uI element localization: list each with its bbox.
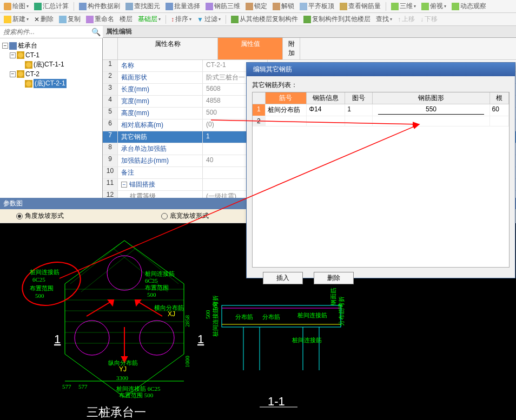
svg-text:分布筋: 分布筋 [262, 314, 280, 320]
svg-point-12 [75, 321, 109, 355]
prop-head-val[interactable]: 属性值 [218, 38, 283, 59]
new-btn[interactable]: 新建▾ [2, 14, 30, 24]
find-elem[interactable]: 查找图元 [124, 1, 162, 11]
svg-text:布置范围 500: 布置范围 500 [119, 392, 154, 398]
gear-icon [17, 51, 24, 59]
sum-calc[interactable]: 汇总计算 [32, 1, 70, 11]
dyn-view[interactable]: 动态观察 [450, 1, 488, 11]
svg-text:1000: 1000 [184, 356, 190, 368]
svg-text:XJ: XJ [168, 310, 175, 318]
svg-text:500: 500 [204, 310, 211, 319]
delete-btn[interactable]: ✕删除 [32, 14, 55, 24]
svg-text:布置范围: 布置范围 [30, 285, 54, 291]
svg-text:2858: 2858 [184, 315, 190, 328]
top-view[interactable]: 俯视▾ [420, 1, 448, 11]
copy-btn[interactable]: 复制 [57, 14, 82, 24]
view-steel[interactable]: 查看钢筋量 [338, 1, 382, 11]
view-3d[interactable]: 三维▾ [389, 1, 418, 11]
edit-rebar-dialog: 编辑其它钢筋 其它钢筋列表： 筋号 钢筋信息 图号 钢筋图形 根 1桩间分布筋Φ… [246, 62, 515, 278]
svg-point-13 [140, 321, 174, 355]
svg-text:桩间连接筋弯折: 桩间连接筋弯折 [212, 295, 219, 337]
svg-text:500: 500 [147, 291, 156, 298]
svg-text:分布筋弯折: 分布筋弯折 [338, 296, 345, 326]
svg-text:1: 1 [197, 332, 204, 346]
tree-ct2-1[interactable]: (底)CT-2-1 [2, 78, 100, 89]
radio-icon [161, 213, 168, 219]
svg-text:6C25: 6C25 [145, 277, 158, 284]
svg-text:577: 577 [62, 383, 71, 390]
steel-3d[interactable]: 钢筋三维 [204, 1, 242, 11]
draw-tool[interactable]: 绘图▾ [2, 1, 30, 11]
col-gen[interactable]: 根 [490, 92, 509, 104]
gear-icon [25, 61, 32, 69]
svg-text:桩间连接筋: 桩间连接筋 [292, 337, 322, 343]
expand-icon[interactable]: − [10, 52, 16, 58]
col-info[interactable]: 钢筋信息 [307, 92, 345, 104]
svg-text:桩间连接筋: 桩间连接筋 [29, 269, 59, 275]
dialog-list-label: 其它钢筋列表： [252, 81, 510, 90]
main-toolbar: 绘图▾ 汇总计算 构件数据刷 查找图元 批量选择 钢筋三维 锁定 解锁 平齐板顶… [0, 0, 516, 13]
property-panel-title: 属性编辑 [103, 26, 516, 38]
svg-text:三桩承台一: 三桩承台一 [87, 405, 146, 419]
tree-ct1[interactable]: − CT-1 [2, 51, 100, 59]
dialog-title: 编辑其它钢筋 [253, 65, 292, 74]
opt-angle[interactable]: 角度放坡形式 [16, 211, 64, 221]
svg-point-11 [107, 256, 142, 290]
tree-root[interactable]: − 桩承台 [2, 41, 100, 51]
svg-line-8 [81, 249, 135, 292]
col-shape[interactable]: 钢筋图形 [373, 92, 489, 104]
gear-icon [25, 80, 32, 88]
tree-ct2[interactable]: − CT-2 [2, 70, 100, 78]
svg-text:577: 577 [78, 383, 88, 390]
base-floor-dd[interactable]: 基础层▾ [136, 14, 162, 24]
table-row[interactable]: 1桩间分布筋Φ14155060 [253, 104, 509, 116]
tree-ct1-1[interactable]: (底)CT-1-1 [2, 59, 100, 70]
rename-btn[interactable]: 重命名 [84, 14, 116, 24]
svg-text:桩间连接筋: 桩间连接筋 [144, 270, 175, 277]
unlock[interactable]: 解锁 [271, 1, 296, 11]
search-input[interactable] [2, 27, 91, 37]
filter-btn[interactable]: ▼过滤▾ [195, 14, 222, 24]
svg-marker-0 [65, 241, 184, 397]
svg-text:桩间连接筋: 桩间连接筋 [297, 312, 327, 318]
insert-button[interactable]: 插入 [263, 272, 303, 284]
svg-text:1: 1 [54, 332, 61, 346]
copy-from-other[interactable]: 从其他楼层复制构件 [229, 14, 300, 24]
expand-icon[interactable]: − [2, 43, 8, 49]
move-down: ↓下移 [419, 14, 439, 24]
data-brush[interactable]: 构件数据刷 [77, 1, 122, 11]
secondary-toolbar: 新建▾ ✕删除 复制 重命名 楼层 基础层▾ ↕排序▾ ▼过滤▾ 从其他楼层复制… [0, 13, 516, 26]
svg-text:500: 500 [35, 292, 44, 299]
find-btn[interactable]: 查找▾ [374, 14, 394, 24]
svg-text:12: 12 [336, 304, 343, 310]
svg-point-20 [17, 255, 86, 312]
svg-text:6C25: 6C25 [32, 276, 45, 283]
floor-dd[interactable]: 楼层 [118, 14, 134, 24]
flat-top[interactable]: 平齐板顶 [298, 1, 336, 11]
col-th[interactable]: 图号 [345, 92, 373, 104]
expand-icon[interactable]: − [10, 71, 16, 77]
prop-head-add: 附加 [283, 38, 300, 59]
svg-text:布置范围: 布置范围 [145, 284, 169, 291]
table-row[interactable]: 2 [253, 116, 509, 126]
lock[interactable]: 锁定 [244, 1, 269, 11]
gear-icon [17, 70, 24, 78]
col-jin[interactable]: 筋号 [266, 92, 307, 104]
search-icon[interactable]: 🔍 [91, 28, 101, 36]
svg-line-7 [70, 241, 124, 284]
sort-btn[interactable]: ↕排序▾ [169, 14, 193, 24]
svg-text:分布筋: 分布筋 [235, 314, 253, 320]
opt-bottom[interactable]: 底宽放坡形式 [161, 211, 209, 221]
svg-text:1-1: 1-1 [268, 395, 285, 408]
move-up: ↑上移 [396, 14, 416, 24]
rebar-table: 筋号 钢筋信息 图号 钢筋图形 根 1桩间分布筋Φ141550602 [252, 92, 510, 268]
svg-text:10d: 10d [212, 302, 219, 311]
delete-button[interactable]: 删除 [314, 272, 354, 284]
radio-icon [16, 213, 23, 219]
svg-text:桩间连接筋 6C25: 桩间连接筋 6C25 [116, 385, 161, 392]
svg-text:YJ: YJ [119, 365, 127, 373]
dialog-titlebar[interactable]: 编辑其它钢筋 [247, 63, 515, 76]
search-bar: 🔍 [0, 26, 103, 38]
copy-to-other[interactable]: 复制构件到其他楼层 [302, 14, 372, 24]
batch-select[interactable]: 批量选择 [164, 1, 202, 11]
